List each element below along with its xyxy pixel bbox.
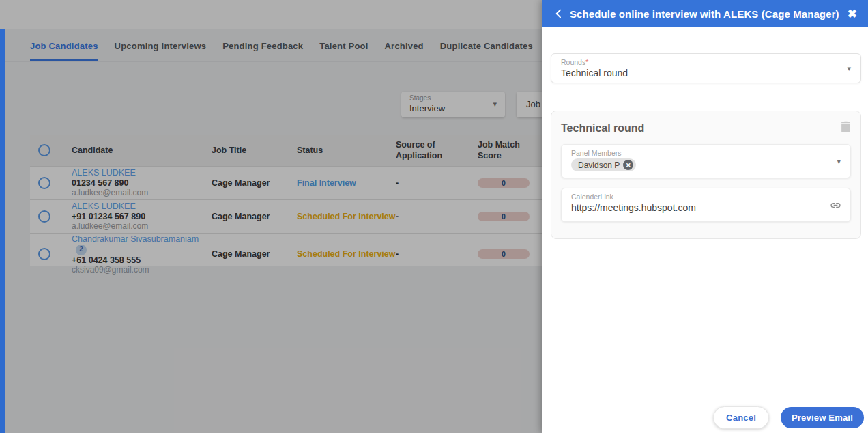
chip-remove-icon[interactable]: ✕ xyxy=(623,160,633,170)
round-card-title: Technical round xyxy=(561,122,851,135)
calendar-link-field[interactable]: CalenderLink https://meetings.hubspot.co… xyxy=(561,188,851,222)
panel-members-dropdown[interactable]: Panel Members Davidson P ✕ ▾ xyxy=(561,144,851,178)
chevron-down-icon: ▾ xyxy=(847,64,851,73)
calendar-link-value: https://meetings.hubspot.com xyxy=(571,202,841,213)
chevron-down-icon: ▾ xyxy=(837,157,841,166)
rounds-label: Rounds xyxy=(561,58,585,66)
cancel-button[interactable]: Cancel xyxy=(713,406,769,429)
back-chevron-icon[interactable] xyxy=(553,8,566,20)
rounds-dropdown[interactable]: Rounds* Technical round ▾ xyxy=(551,53,861,83)
schedule-interview-drawer: Schedule online interview with ALEKS (Ca… xyxy=(542,0,868,433)
app-sidebar-edge xyxy=(0,29,5,433)
panel-member-chip: Davidson P ✕ xyxy=(571,158,636,171)
drawer-footer: Cancel Preview Email xyxy=(542,402,868,433)
drawer-title: Schedule online interview with ALEKS (Ca… xyxy=(570,8,846,20)
panel-member-chip-label: Davidson P xyxy=(578,160,620,170)
required-asterisk: * xyxy=(585,58,588,66)
trash-icon[interactable] xyxy=(841,121,851,135)
close-icon[interactable]: ✖ xyxy=(846,7,858,21)
link-icon xyxy=(830,199,841,214)
rounds-value: Technical round xyxy=(561,68,628,79)
panel-members-label: Panel Members xyxy=(571,149,841,157)
technical-round-card: Technical round Panel Members Davidson P… xyxy=(551,111,861,239)
drawer-header: Schedule online interview with ALEKS (Ca… xyxy=(542,0,868,27)
preview-email-button[interactable]: Preview Email xyxy=(781,407,864,428)
calendar-link-label: CalenderLink xyxy=(571,193,841,201)
